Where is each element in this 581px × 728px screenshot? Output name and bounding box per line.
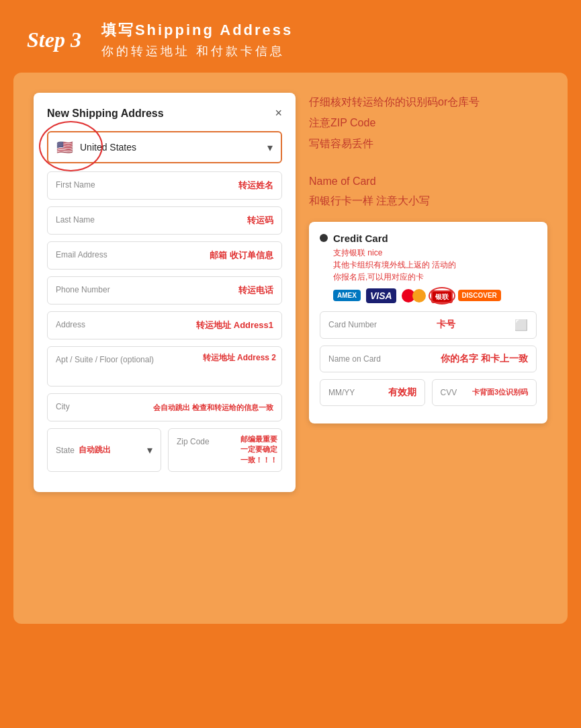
discover-logo: DISCOVER [458,290,501,301]
amex-logo: AMEX [333,290,361,301]
form-title: New Shipping Address [47,108,164,120]
payment-note-line1: 支持银联 nice [333,247,537,259]
radio-button[interactable] [320,234,328,242]
main-card: New Shipping Address × 🇺🇸 United States … [13,73,568,624]
unionpay-wrapper: 银联 [431,290,453,302]
first-name-field: First Name 转运姓名 [47,171,282,200]
address-field: Address 转运地址 Address1 [47,311,282,339]
cvv-annotation: 卡背面3位识别码 [472,387,528,397]
phone-field: Phone Number 转运电话 [47,276,282,305]
payment-header: Credit Card [320,233,537,244]
zip-annotation: 邮编最重要一定要确定一致！！！ [240,434,277,465]
header-text: 填写Shipping Address 你的转运地址 和付款卡信息 [101,20,293,59]
form-card: New Shipping Address × 🇺🇸 United States … [34,93,296,492]
chevron-down-icon: ▾ [267,141,273,154]
visa-logo: VISA [366,288,396,303]
payment-note: 支持银联 nice 其他卡组织有境外线上返的 活动的 你报名后,可以用对应的卡 [333,247,537,283]
card-info-block: Name of Card 和银行卡一样 注意大小写 [309,172,547,211]
last-name-field: Last Name 转运码 [47,206,282,235]
cvv-label: CVV [441,388,457,397]
state-annotation: 自动跳出 [79,444,111,456]
zip-field: Zip Code 邮编最重要一定要确定一致！！！ [168,428,282,472]
camera-icon: ⬜ [515,319,528,331]
payment-note-line3: 你报名后,可以用对应的卡 [333,271,537,283]
name-on-card-field[interactable]: Name on Card 你的名字 和卡上一致 [320,346,537,372]
name-on-card-label: Name on Card [328,354,381,364]
city-field: City 会自动跳出 检查和转运给的信息一致 [47,393,282,421]
payment-title: Credit Card [333,233,388,244]
unionpay-logo: 银联 [431,290,453,303]
card-info-line2: 和银行卡一样 注意大小写 [309,192,547,211]
last-name-annotation: 转运码 [247,214,273,227]
shipping-form-wrapper: New Shipping Address × 🇺🇸 United States … [34,93,296,604]
state-field: State 自动跳出 ▾ [47,428,161,472]
mm-field[interactable]: MM/YY 有效期 [320,379,425,406]
state-label: State [56,446,75,455]
mm-cvv-row: MM/YY 有效期 CVV 卡背面3位识别码 [320,379,537,413]
payment-card: Credit Card 支持银联 nice 其他卡组织有境外线上返的 活动的 你… [309,222,547,423]
address2-annotation: 转运地址 Address 2 [203,352,276,364]
form-header: New Shipping Address × [47,106,282,120]
card-logos: AMEX VISA 银联 DISCOVER [333,288,537,303]
info-block: 仔细核对转运给你的识别码or仓库号 注意ZIP Code 写错容易丢件 [309,93,547,155]
card-number-annotation: 卡号 [437,319,455,331]
mm-label: MM/YY [328,388,355,397]
city-annotation: 会自动跳出 检查和转运给的信息一致 [153,403,273,413]
step-label: Step 3 [27,28,81,52]
header-line1: 填写Shipping Address [101,20,293,40]
name-on-card-annotation: 你的名字 和卡上一致 [441,353,528,365]
card-number-label: Card Number [328,320,377,329]
card-info-line1: Name of Card [309,172,547,192]
payment-note-line2: 其他卡组织有境外线上返的 活动的 [333,259,537,271]
first-name-annotation: 转运姓名 [238,179,273,192]
right-panel: 仔细核对转运给你的识别码or仓库号 注意ZIP Code 写错容易丢件 Name… [309,93,547,604]
country-dropdown[interactable]: 🇺🇸 United States ▾ [47,131,282,163]
state-chevron-icon: ▾ [147,444,152,456]
card-number-field[interactable]: Card Number 卡号 ⬜ [320,311,537,339]
page-header: Step 3 填写Shipping Address 你的转运地址 和付款卡信息 [0,0,581,73]
info-line1: 仔细核对转运给你的识别码or仓库号 [309,93,547,112]
mastercard-logo [402,288,426,303]
close-button[interactable]: × [275,106,282,120]
header-line2: 你的转运地址 和付款卡信息 [101,43,293,59]
info-line3: 写错容易丢件 [309,134,547,154]
state-zip-row: State 自动跳出 ▾ Zip Code 邮编最重要一定要确定一致！！！ [47,428,282,472]
mm-annotation: 有效期 [388,387,416,399]
last-name-label: Last Name [56,215,273,225]
phone-annotation: 转运电话 [238,284,273,296]
country-name: United States [80,142,267,153]
email-field: Email Address 邮箱 收订单信息 [47,241,282,270]
cvv-field[interactable]: CVV 卡背面3位识别码 [432,379,537,406]
country-flag: 🇺🇸 [56,139,73,155]
info-line2: 注意ZIP Code [309,114,547,133]
email-annotation: 邮箱 收订单信息 [210,249,273,261]
address2-field: Apt / Suite / Floor (optional) 转运地址 Addr… [47,346,282,387]
address-annotation: 转运地址 Address1 [196,319,273,331]
